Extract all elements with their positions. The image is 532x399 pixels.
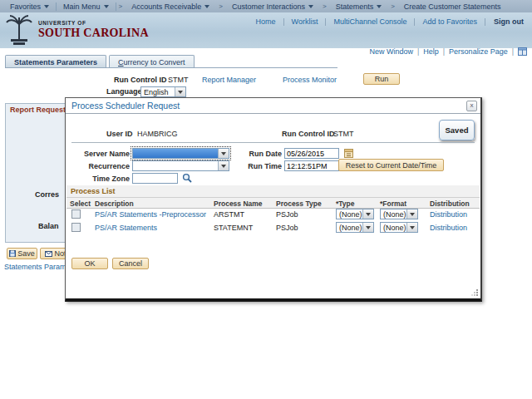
type-select[interactable]: (None) xyxy=(336,209,374,219)
process-description-link[interactable]: PS/AR Statements -Preprocessor xyxy=(95,210,206,219)
tab-statements-parameters[interactable]: Statements Parameters xyxy=(5,55,106,68)
header-link-multichannel-console[interactable]: MultiChannel Console xyxy=(326,17,414,26)
process-description-link[interactable]: PS/AR Statements xyxy=(95,224,157,232)
header-link-add-to-favorites[interactable]: Add to Favorites xyxy=(415,17,485,26)
breadcrumb-separator: > xyxy=(320,2,329,10)
breadcrumb-item-accounts-receivable[interactable]: Accounts Receivable xyxy=(125,0,216,12)
breadcrumb-main-menu[interactable]: Main Menu xyxy=(57,0,116,12)
personalize-layout-icon[interactable] xyxy=(518,47,527,56)
col-format: *Format xyxy=(380,200,406,208)
run-date-label: Run Date xyxy=(232,150,282,158)
run-time-label: Run Time xyxy=(232,162,282,170)
run-button[interactable]: Run xyxy=(363,73,400,85)
type-select[interactable]: (None) xyxy=(336,222,374,233)
format-select[interactable]: (None) xyxy=(380,222,418,233)
sign-out-link[interactable]: Sign out xyxy=(485,17,525,26)
breadcrumb-item-label: Accounts Receivable xyxy=(131,2,201,11)
breadcrumb-favorites[interactable]: Favorites xyxy=(3,0,56,12)
col-type: *Type xyxy=(336,200,355,208)
breadcrumb-item-label: Customer Interactions xyxy=(232,2,305,11)
run-time-input[interactable] xyxy=(284,160,339,171)
help-link[interactable]: Help xyxy=(423,47,439,56)
col-distribution: Distribution xyxy=(430,200,470,208)
type-select-value: (None) xyxy=(337,224,362,232)
header-links: Home Worklist MultiChannel Console Add t… xyxy=(249,17,525,26)
process-select-checkbox[interactable] xyxy=(71,209,81,219)
reset-to-current-datetime-button[interactable]: Reset to Current Date/Time xyxy=(338,159,444,171)
recurrence-select[interactable] xyxy=(132,160,229,171)
saved-button-label: Saved xyxy=(446,126,469,135)
breadcrumb-item-statements[interactable]: Statements xyxy=(329,0,389,12)
palmetto-tree-icon xyxy=(4,14,34,46)
new-window-link[interactable]: New Window xyxy=(369,47,413,56)
envelope-icon xyxy=(45,251,52,257)
reset-button-label: Reset to Current Date/Time xyxy=(346,161,437,170)
page-header: UNIVERSITY OF SOUTH CAROLINA Home Workli… xyxy=(0,12,532,48)
cancel-button-label: Cancel xyxy=(119,259,142,268)
close-icon[interactable]: x xyxy=(466,101,477,111)
language-select[interactable]: English xyxy=(140,86,186,97)
header-link-worklist[interactable]: Worklist xyxy=(284,17,326,26)
correspondence-label: Corres xyxy=(35,190,59,199)
utility-links: New Window | Help | Personalize Page | xyxy=(369,47,527,56)
dialog-titlebar: Process Scheduler Request x xyxy=(66,98,480,114)
distribution-link[interactable]: Distribution xyxy=(430,224,467,232)
resize-grip[interactable] xyxy=(471,289,479,297)
report-manager-link[interactable]: Report Manager xyxy=(202,76,256,84)
server-name-label: Server Name xyxy=(74,150,130,158)
process-select-checkbox[interactable] xyxy=(71,223,81,232)
user-id-value: HAMBRICG xyxy=(137,130,178,138)
ok-button[interactable]: OK xyxy=(71,258,108,269)
utility-divider: | xyxy=(417,47,419,56)
process-monitor-link[interactable]: Process Monitor xyxy=(283,76,337,84)
chevron-down-icon xyxy=(362,223,373,232)
process-list-header-row: Select Description Process Name Process … xyxy=(66,197,480,209)
time-zone-input[interactable] xyxy=(132,173,178,184)
breadcrumb-separator: > xyxy=(116,2,126,10)
format-select[interactable]: (None) xyxy=(380,209,418,219)
calendar-icon[interactable] xyxy=(344,149,353,158)
distribution-link[interactable]: Distribution xyxy=(430,210,467,219)
divider xyxy=(71,142,475,143)
language-select-value: English xyxy=(141,88,169,96)
run-date-input[interactable] xyxy=(284,148,339,159)
run-control-id-label: Run Control ID xyxy=(114,76,167,84)
save-disk-icon xyxy=(9,250,16,257)
personalize-page-link[interactable]: Personalize Page xyxy=(449,47,508,56)
recurrence-label: Recurrence xyxy=(74,162,130,170)
type-select-value: (None) xyxy=(337,210,362,219)
balance-label: Balan xyxy=(38,222,59,230)
chevron-down-icon xyxy=(362,209,373,219)
server-name-select[interactable] xyxy=(132,148,229,159)
chevron-down-icon xyxy=(308,5,313,8)
chevron-down-icon xyxy=(175,87,185,96)
process-scheduler-request-dialog: Process Scheduler Request x Saved User I… xyxy=(65,97,482,302)
chevron-down-icon xyxy=(406,209,417,219)
process-type: PSJob xyxy=(276,210,298,219)
save-button-label: Save xyxy=(17,249,35,258)
save-button[interactable]: Save xyxy=(7,248,37,259)
lookup-magnifier-icon[interactable] xyxy=(182,173,192,183)
utility-divider: | xyxy=(512,47,514,56)
time-zone-label: Time Zone xyxy=(74,175,130,183)
report-request-title: Report Request xyxy=(10,106,66,114)
format-select-value: (None) xyxy=(381,224,406,232)
chevron-down-icon xyxy=(204,5,209,8)
chevron-down-icon xyxy=(104,5,109,8)
tab-label: urrency to Convert xyxy=(124,58,185,66)
breadcrumb: Favorites Main Menu > Accounts Receivabl… xyxy=(0,0,532,12)
col-process-type: Process Type xyxy=(276,200,322,208)
tab-underline xyxy=(5,67,337,68)
saved-button[interactable]: Saved xyxy=(439,120,475,140)
header-link-home[interactable]: Home xyxy=(249,17,283,26)
utility-divider: | xyxy=(443,47,445,56)
cancel-button[interactable]: Cancel xyxy=(112,258,149,269)
footer-statements-parameters-link[interactable]: Statements Paramet xyxy=(4,263,72,271)
breadcrumb-item-label: Statements xyxy=(336,2,374,11)
process-name: STATEMNT xyxy=(214,224,253,232)
breadcrumb-item-customer-interactions[interactable]: Customer Interactions xyxy=(225,0,320,12)
run-button-label: Run xyxy=(375,75,389,83)
tab-currency-to-convert[interactable]: Currency to Convert xyxy=(109,55,195,68)
process-type: PSJob xyxy=(276,224,298,232)
run-control-id-value: STMT xyxy=(168,76,189,84)
